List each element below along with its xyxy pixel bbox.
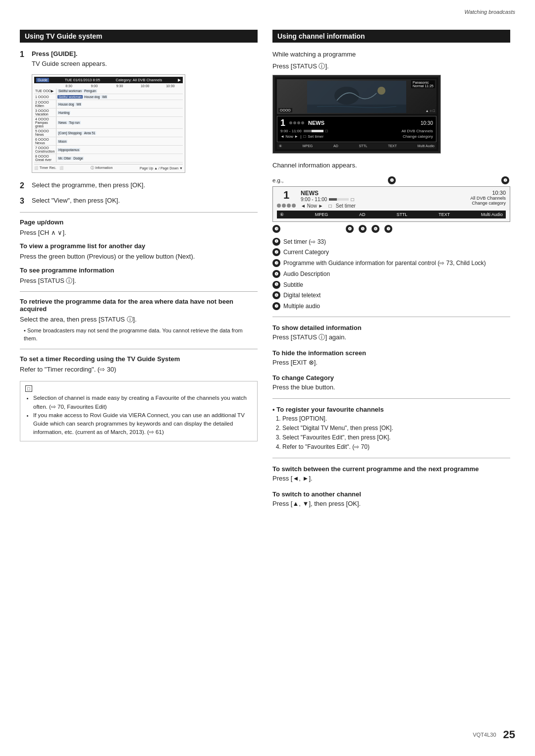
ch-eg-box: 1 NEWS 9:00 - 11:00 □ (272, 186, 510, 222)
ann-2-label: ❷ (272, 248, 280, 256)
ann-1-text: Set timer (⇨ 33) (283, 238, 326, 246)
svg-rect-3 (307, 105, 406, 113)
tg-time-4: 10:00 (133, 84, 158, 88)
eg-ci-icon: □ (351, 197, 354, 202)
ch-category-label: All DVB Channels (401, 129, 433, 133)
tv-guide-mockup: Guide TUE 01/01/2013 8:05 Category: All … (32, 74, 185, 173)
eg-dot-2 (282, 204, 286, 208)
retrieve-section: To retrieve the programme data for the a… (20, 298, 258, 343)
ann-4-text: Audio Description (283, 270, 330, 278)
tg-prog-mrotter: Mr. Otter (57, 157, 72, 160)
retrieve-heading: To retrieve the programme data for the a… (20, 298, 258, 313)
timer-text: Refer to "Timer recording". (⇨ 30) (20, 365, 258, 375)
retrieve-text: Select the area, then press [STATUS ⓘ]. (20, 315, 258, 324)
ch-dots (289, 121, 304, 124)
tg-time-3: 9:30 (107, 84, 132, 88)
tg-prog-skillful2: Skillful workman (57, 95, 83, 99)
tg-ch-1: 1 OOOO (34, 95, 56, 99)
favourite-section: • To register your favourite channels Pr… (272, 406, 510, 452)
ann-item-4: ❹ Audio Description (272, 270, 510, 278)
fav-step-2: Select "Digital TV Menu", then press [OK… (282, 424, 510, 433)
switch-channel-section: To switch to another channel Press [▲, ▼… (272, 490, 510, 509)
ann-3-circle: ❸ (272, 225, 280, 233)
eg-right: 10:30 All DVB Channels Change category (470, 190, 506, 206)
divider-1 (20, 212, 258, 213)
tg-prog-wil2: Wil (75, 103, 82, 106)
tg-prog-skillful: Skillful workman (57, 89, 83, 93)
ann-item-6: ❻ Digital teletext (272, 291, 510, 300)
tg-time-cells: 8:30 9:00 9:30 10:00 10:30 (56, 84, 183, 88)
ch-diagram: e.g., ❶ ❷ 1 (272, 176, 510, 311)
view-another-day-heading: To view a programme list for another day (20, 242, 258, 250)
tg-ch-8: 8 OOOO Great river (34, 154, 56, 162)
note-list: Selection of channel is made easy by cre… (25, 394, 252, 436)
ann-6-circle: ❻ (372, 225, 379, 233)
ch-change-cat: Change category (403, 134, 433, 139)
tg-prog-8: Mr. Otter Dodge (56, 156, 183, 161)
step-1-text: Press [GUIDE]. (32, 50, 258, 58)
ann-2-text: Current Category (283, 248, 329, 257)
tg-ch-4: 4 OOOO Pampas grass (34, 117, 56, 128)
ch-mockup-inner: PanasonicNormal 11:25 OOOO ▲ ○ □ 1 (275, 77, 438, 151)
tg-ch-6: 6 OOOO Nexus (34, 137, 56, 145)
footer-model: VQT4L30 (473, 732, 496, 738)
tg-prog-toprun: Top run (68, 121, 81, 124)
switch-channel-text: Press [▲, ▼], then press [OK]. (272, 499, 510, 509)
switch-programme-text: Press [◄, ►]. (272, 474, 510, 484)
show-detail-section: To show detailed information Press [STAT… (272, 324, 510, 342)
eg-row1: 1 NEWS 9:00 - 11:00 □ (277, 190, 506, 209)
eg-change-cat: Change category (470, 201, 506, 206)
ch-mockup-image: PanasonicNormal 11:25 OOOO ▲ ○ □ (277, 79, 436, 114)
step-3: 3 Select "View", then press [OK]. (20, 196, 258, 206)
change-category-heading: To change Category (272, 374, 510, 381)
ch-nav-ci2: □ (303, 134, 306, 139)
see-programme-heading: To see programme information (20, 267, 258, 274)
ch-bottom-text: TEXT (388, 144, 397, 148)
view-another-day-section: To view a programme list for another day… (20, 242, 258, 262)
note-item-2: If you make access to Rovi Guide via VIE… (33, 411, 252, 437)
favourite-heading: • To register your favourite channels (272, 406, 510, 413)
tg-prog-moon: Moon (57, 140, 67, 143)
page-updown-text: Press [CH ∧ ∨]. (20, 228, 258, 238)
hide-screen-section: To hide the information screen Press [EX… (272, 349, 510, 368)
page-header-text: Watching broadcasts (464, 9, 515, 15)
ch-ci-icon: □ (325, 129, 328, 133)
ann-item-7: ❼ Multiple audio (272, 302, 510, 311)
ann-7-label: ❼ (272, 302, 280, 310)
eg-row-label: e.g., ❶ ❷ (272, 176, 510, 184)
tg-footer: ⬜ Timer Rec. ⬜ ⓘ Information Page Up ▲ /… (34, 164, 183, 170)
tg-time-2: 9:00 (82, 84, 107, 88)
page-updown-heading: Page up/down (20, 218, 258, 226)
eg-dots (277, 204, 296, 208)
view-another-day-text: Press the green button (Previous) or the… (20, 252, 258, 262)
timer-section: To set a timer Recording using the TV Gu… (20, 355, 258, 375)
ann-3-text: Programme with Guidance information for … (283, 259, 486, 268)
ch-info-mockup: PanasonicNormal 11:25 OOOO ▲ ○ □ 1 (272, 75, 441, 154)
eg-bottom-sttl: STTL (396, 212, 407, 217)
step-2-text: Select the programme, then press [OK]. (32, 181, 258, 190)
tg-ch-0: TUE OOO▶ (34, 89, 56, 94)
ch-bottom-multiaudio: Multi Audio (418, 144, 434, 148)
tg-header: Guide TUE 01/01/2013 8:05 Category: All … (34, 77, 183, 83)
left-section-header: Using TV Guide system (20, 30, 258, 43)
tg-prog-housedog: House dog (83, 95, 101, 99)
numbered-annotations: ❶ Set timer (⇨ 33) ❷ Current Category ❸ … (272, 238, 510, 311)
right-divider-2 (272, 398, 510, 399)
change-category-section: To change Category Press the blue button… (272, 374, 510, 392)
ch-number: 1 (280, 118, 285, 127)
left-column: Using TV Guide system 1 Press [GUIDE]. T… (20, 30, 258, 510)
tg-ch-col-header (34, 84, 56, 88)
tg-prog-2: House dog Wil (56, 102, 183, 107)
step-2-content: Select the programme, then press [OK]. (32, 181, 258, 191)
tg-ch-3: 3 OOOO Vacation (34, 108, 56, 116)
eg-ch-left: 1 (277, 190, 296, 208)
switch-programme-section: To switch between the current programme … (272, 465, 510, 484)
step-1-content: Press [GUIDE]. TV Guide screen appears. (32, 50, 258, 69)
ann-7-text: Multiple audio (283, 302, 320, 311)
ch-dot-4 (301, 121, 304, 124)
step-1-number: 1 (20, 50, 29, 59)
eg-all-dvb: All DVB Channels (470, 196, 506, 201)
tg-date: TUE 01/01/2013 8:05 (65, 78, 100, 82)
ann-6-text: Digital teletext (283, 291, 321, 300)
eg-dot-1 (277, 204, 281, 208)
